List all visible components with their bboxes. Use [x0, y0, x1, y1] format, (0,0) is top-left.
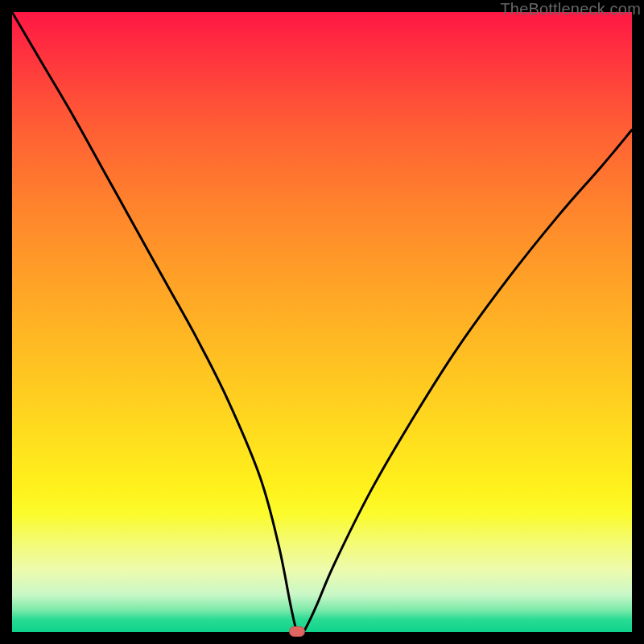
chart-stage: TheBottleneck.com: [0, 0, 644, 644]
min-marker: [289, 626, 305, 637]
plot-area: [12, 12, 632, 632]
watermark-text: TheBottleneck.com: [500, 0, 641, 19]
bottleneck-curve: [12, 12, 632, 632]
